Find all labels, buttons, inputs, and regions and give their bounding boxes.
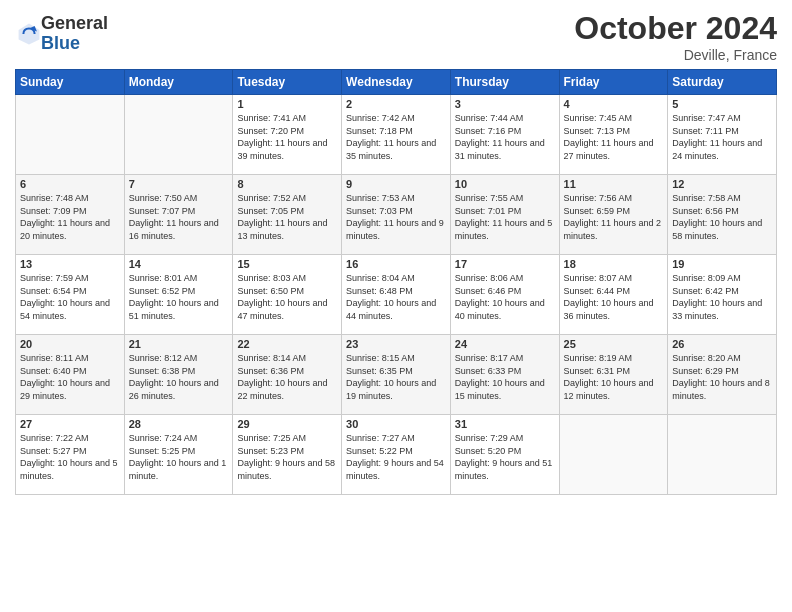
day-info: Sunrise: 7:53 AMSunset: 7:03 PMDaylight:… xyxy=(346,192,446,242)
calendar-cell: 1Sunrise: 7:41 AMSunset: 7:20 PMDaylight… xyxy=(233,95,342,175)
day-number: 10 xyxy=(455,178,555,190)
day-number: 12 xyxy=(672,178,772,190)
day-number: 23 xyxy=(346,338,446,350)
weekday-header-friday: Friday xyxy=(559,70,668,95)
logo-text: General Blue xyxy=(41,14,108,54)
day-number: 2 xyxy=(346,98,446,110)
day-number: 24 xyxy=(455,338,555,350)
calendar-body: 1Sunrise: 7:41 AMSunset: 7:20 PMDaylight… xyxy=(16,95,777,495)
day-info: Sunrise: 8:14 AMSunset: 6:36 PMDaylight:… xyxy=(237,352,337,402)
weekday-header-tuesday: Tuesday xyxy=(233,70,342,95)
day-info: Sunrise: 7:25 AMSunset: 5:23 PMDaylight:… xyxy=(237,432,337,482)
day-info: Sunrise: 7:58 AMSunset: 6:56 PMDaylight:… xyxy=(672,192,772,242)
logo-general-text: General xyxy=(41,14,108,34)
calendar-cell: 17Sunrise: 8:06 AMSunset: 6:46 PMDayligh… xyxy=(450,255,559,335)
day-info: Sunrise: 7:29 AMSunset: 5:20 PMDaylight:… xyxy=(455,432,555,482)
calendar-cell: 13Sunrise: 7:59 AMSunset: 6:54 PMDayligh… xyxy=(16,255,125,335)
day-number: 19 xyxy=(672,258,772,270)
day-info: Sunrise: 7:27 AMSunset: 5:22 PMDaylight:… xyxy=(346,432,446,482)
weekday-header-saturday: Saturday xyxy=(668,70,777,95)
header: General Blue October 2024 Deville, Franc… xyxy=(15,10,777,63)
calendar-cell: 30Sunrise: 7:27 AMSunset: 5:22 PMDayligh… xyxy=(342,415,451,495)
calendar-cell: 21Sunrise: 8:12 AMSunset: 6:38 PMDayligh… xyxy=(124,335,233,415)
location-subtitle: Deville, France xyxy=(574,47,777,63)
weekday-header-sunday: Sunday xyxy=(16,70,125,95)
calendar-cell: 12Sunrise: 7:58 AMSunset: 6:56 PMDayligh… xyxy=(668,175,777,255)
day-number: 29 xyxy=(237,418,337,430)
day-number: 17 xyxy=(455,258,555,270)
day-number: 26 xyxy=(672,338,772,350)
day-info: Sunrise: 8:15 AMSunset: 6:35 PMDaylight:… xyxy=(346,352,446,402)
day-info: Sunrise: 7:59 AMSunset: 6:54 PMDaylight:… xyxy=(20,272,120,322)
week-row-4: 20Sunrise: 8:11 AMSunset: 6:40 PMDayligh… xyxy=(16,335,777,415)
day-info: Sunrise: 8:12 AMSunset: 6:38 PMDaylight:… xyxy=(129,352,229,402)
day-info: Sunrise: 8:03 AMSunset: 6:50 PMDaylight:… xyxy=(237,272,337,322)
day-number: 28 xyxy=(129,418,229,430)
day-info: Sunrise: 8:17 AMSunset: 6:33 PMDaylight:… xyxy=(455,352,555,402)
day-info: Sunrise: 7:42 AMSunset: 7:18 PMDaylight:… xyxy=(346,112,446,162)
calendar-cell: 11Sunrise: 7:56 AMSunset: 6:59 PMDayligh… xyxy=(559,175,668,255)
day-number: 18 xyxy=(564,258,664,270)
day-number: 4 xyxy=(564,98,664,110)
calendar-cell: 18Sunrise: 8:07 AMSunset: 6:44 PMDayligh… xyxy=(559,255,668,335)
calendar-table: SundayMondayTuesdayWednesdayThursdayFrid… xyxy=(15,69,777,495)
calendar-header: SundayMondayTuesdayWednesdayThursdayFrid… xyxy=(16,70,777,95)
weekday-header-thursday: Thursday xyxy=(450,70,559,95)
logo: General Blue xyxy=(15,14,108,54)
calendar-cell xyxy=(124,95,233,175)
day-info: Sunrise: 8:07 AMSunset: 6:44 PMDaylight:… xyxy=(564,272,664,322)
title-block: October 2024 Deville, France xyxy=(574,10,777,63)
weekday-row: SundayMondayTuesdayWednesdayThursdayFrid… xyxy=(16,70,777,95)
calendar-cell xyxy=(668,415,777,495)
calendar-cell: 28Sunrise: 7:24 AMSunset: 5:25 PMDayligh… xyxy=(124,415,233,495)
day-info: Sunrise: 8:04 AMSunset: 6:48 PMDaylight:… xyxy=(346,272,446,322)
day-info: Sunrise: 7:55 AMSunset: 7:01 PMDaylight:… xyxy=(455,192,555,242)
calendar-cell xyxy=(16,95,125,175)
calendar-cell: 20Sunrise: 8:11 AMSunset: 6:40 PMDayligh… xyxy=(16,335,125,415)
day-info: Sunrise: 7:44 AMSunset: 7:16 PMDaylight:… xyxy=(455,112,555,162)
day-info: Sunrise: 7:41 AMSunset: 7:20 PMDaylight:… xyxy=(237,112,337,162)
day-number: 31 xyxy=(455,418,555,430)
calendar-cell: 29Sunrise: 7:25 AMSunset: 5:23 PMDayligh… xyxy=(233,415,342,495)
calendar-cell: 23Sunrise: 8:15 AMSunset: 6:35 PMDayligh… xyxy=(342,335,451,415)
day-number: 11 xyxy=(564,178,664,190)
week-row-3: 13Sunrise: 7:59 AMSunset: 6:54 PMDayligh… xyxy=(16,255,777,335)
day-number: 8 xyxy=(237,178,337,190)
day-number: 14 xyxy=(129,258,229,270)
day-info: Sunrise: 7:45 AMSunset: 7:13 PMDaylight:… xyxy=(564,112,664,162)
calendar-cell: 3Sunrise: 7:44 AMSunset: 7:16 PMDaylight… xyxy=(450,95,559,175)
calendar-cell: 6Sunrise: 7:48 AMSunset: 7:09 PMDaylight… xyxy=(16,175,125,255)
day-number: 30 xyxy=(346,418,446,430)
day-number: 7 xyxy=(129,178,229,190)
weekday-header-monday: Monday xyxy=(124,70,233,95)
day-number: 1 xyxy=(237,98,337,110)
day-info: Sunrise: 7:48 AMSunset: 7:09 PMDaylight:… xyxy=(20,192,120,242)
day-number: 20 xyxy=(20,338,120,350)
day-number: 21 xyxy=(129,338,229,350)
calendar-cell: 19Sunrise: 8:09 AMSunset: 6:42 PMDayligh… xyxy=(668,255,777,335)
day-number: 27 xyxy=(20,418,120,430)
calendar-cell: 7Sunrise: 7:50 AMSunset: 7:07 PMDaylight… xyxy=(124,175,233,255)
calendar-cell: 26Sunrise: 8:20 AMSunset: 6:29 PMDayligh… xyxy=(668,335,777,415)
calendar-cell: 10Sunrise: 7:55 AMSunset: 7:01 PMDayligh… xyxy=(450,175,559,255)
calendar-cell: 31Sunrise: 7:29 AMSunset: 5:20 PMDayligh… xyxy=(450,415,559,495)
day-info: Sunrise: 8:19 AMSunset: 6:31 PMDaylight:… xyxy=(564,352,664,402)
calendar-cell: 15Sunrise: 8:03 AMSunset: 6:50 PMDayligh… xyxy=(233,255,342,335)
day-info: Sunrise: 8:01 AMSunset: 6:52 PMDaylight:… xyxy=(129,272,229,322)
day-info: Sunrise: 8:09 AMSunset: 6:42 PMDaylight:… xyxy=(672,272,772,322)
calendar-cell xyxy=(559,415,668,495)
calendar-cell: 4Sunrise: 7:45 AMSunset: 7:13 PMDaylight… xyxy=(559,95,668,175)
day-info: Sunrise: 8:06 AMSunset: 6:46 PMDaylight:… xyxy=(455,272,555,322)
day-number: 16 xyxy=(346,258,446,270)
calendar-cell: 16Sunrise: 8:04 AMSunset: 6:48 PMDayligh… xyxy=(342,255,451,335)
day-number: 6 xyxy=(20,178,120,190)
page-container: General Blue October 2024 Deville, Franc… xyxy=(0,0,792,505)
calendar-cell: 22Sunrise: 8:14 AMSunset: 6:36 PMDayligh… xyxy=(233,335,342,415)
day-number: 25 xyxy=(564,338,664,350)
calendar-cell: 9Sunrise: 7:53 AMSunset: 7:03 PMDaylight… xyxy=(342,175,451,255)
day-info: Sunrise: 8:20 AMSunset: 6:29 PMDaylight:… xyxy=(672,352,772,402)
day-number: 5 xyxy=(672,98,772,110)
week-row-2: 6Sunrise: 7:48 AMSunset: 7:09 PMDaylight… xyxy=(16,175,777,255)
calendar-cell: 24Sunrise: 8:17 AMSunset: 6:33 PMDayligh… xyxy=(450,335,559,415)
calendar-cell: 2Sunrise: 7:42 AMSunset: 7:18 PMDaylight… xyxy=(342,95,451,175)
